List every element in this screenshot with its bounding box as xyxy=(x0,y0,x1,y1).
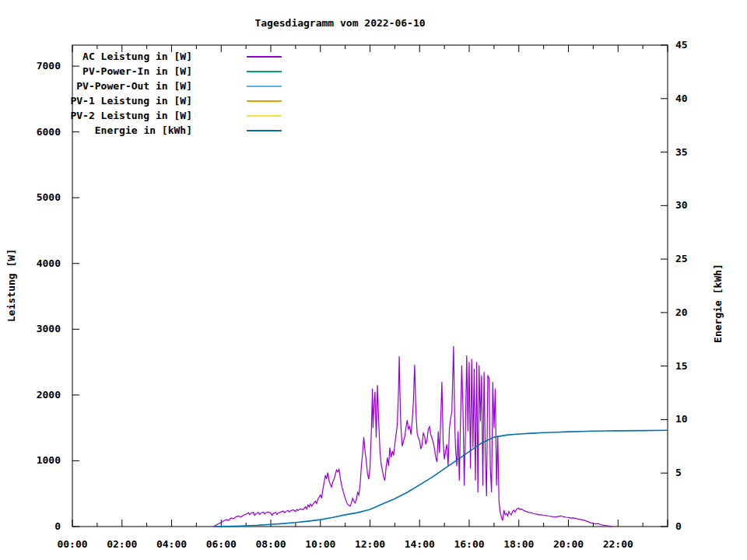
x-tick-label: 16:00 xyxy=(454,538,484,551)
legend-line-sample xyxy=(247,100,282,102)
y-right-tick-label: 30 xyxy=(675,199,688,212)
legend-line-sample xyxy=(247,115,282,117)
y-right-tick-label: 15 xyxy=(675,360,688,373)
legend-line-sample xyxy=(247,71,282,72)
chart-canvas: Tagesdiagramm vom 2022-06-10 Leistung [W… xyxy=(0,0,747,560)
y-right-tick-label: 5 xyxy=(675,467,682,479)
x-tick-label: 00:00 xyxy=(57,538,87,551)
y-left-tick-label: 2000 xyxy=(0,389,61,401)
y-right-tick-label: 35 xyxy=(675,146,688,159)
y-right-tick-label: 20 xyxy=(675,306,688,319)
y-right-tick-label: 45 xyxy=(675,39,688,51)
y-left-tick-label: 3000 xyxy=(0,323,61,335)
y-left-tick-label: 7000 xyxy=(0,60,61,72)
y-left-tick-label: 0 xyxy=(0,520,61,533)
y-right-tick-label: 25 xyxy=(675,253,688,265)
y-left-tick-label: 5000 xyxy=(0,191,61,204)
x-tick-label: 12:00 xyxy=(355,538,385,551)
y-right-tick-label: 40 xyxy=(675,93,688,105)
y-right-tick-label: 0 xyxy=(675,520,682,533)
x-tick-label: 22:00 xyxy=(603,538,633,551)
legend-label: PV-1 Leistung in [W] xyxy=(0,95,192,107)
series-left xyxy=(214,346,612,527)
legend-label: PV-2 Leistung in [W] xyxy=(0,110,192,122)
y-right-tick-label: 10 xyxy=(675,413,688,425)
x-tick-label: 10:00 xyxy=(305,538,335,551)
x-tick-label: 18:00 xyxy=(503,538,534,551)
chart-title: Tagesdiagramm vom 2022-06-10 xyxy=(254,17,425,29)
x-tick-label: 20:00 xyxy=(553,538,584,551)
x-tick-label: 06:00 xyxy=(206,538,237,551)
x-tick-label: 08:00 xyxy=(255,538,286,551)
legend-line-sample xyxy=(247,86,282,87)
legend-line-sample xyxy=(247,130,282,131)
legend-line-sample xyxy=(247,56,282,58)
y-left-tick-label: 1000 xyxy=(0,454,61,467)
y-right-axis-label: Energie [kWh] xyxy=(712,264,724,343)
legend-label: PV-Power-Out in [W] xyxy=(0,80,192,93)
y-left-tick-label: 4000 xyxy=(0,257,61,270)
x-tick-label: 04:00 xyxy=(156,538,187,551)
x-tick-label: 02:00 xyxy=(107,538,137,551)
y-left-tick-label: 6000 xyxy=(0,126,61,138)
x-tick-label: 14:00 xyxy=(405,538,435,551)
